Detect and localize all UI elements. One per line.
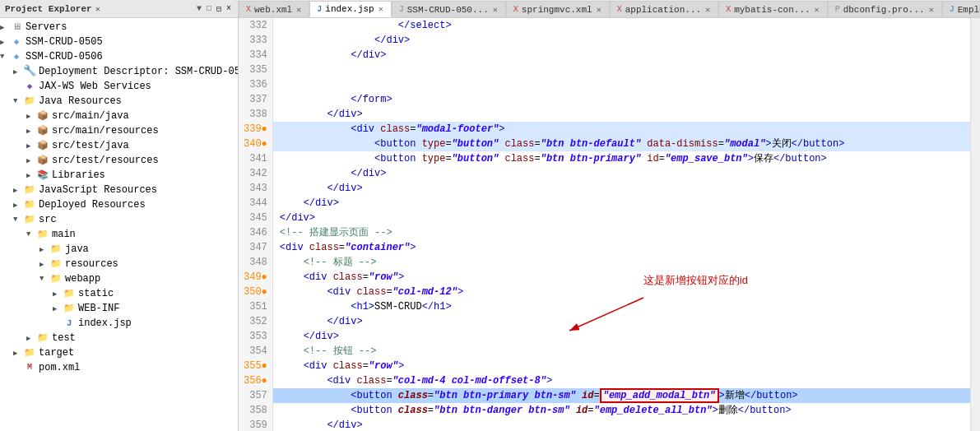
line-num-332: 332 — [244, 18, 267, 33]
libraries-icon: 📚 — [36, 169, 49, 182]
code-text-355: <div class="row"> — [280, 359, 404, 373]
code-text-354: <!-- 按钮 --> — [280, 344, 377, 359]
jax-icon: ◆ — [23, 80, 36, 93]
src-label: src — [39, 214, 57, 225]
code-text-347: <div class="container"> — [280, 240, 416, 255]
tab-dbconfig[interactable]: P dbconfig.pro... ✕ — [828, 1, 942, 17]
tree-item-webapp[interactable]: ▼ 📁 webapp — [0, 271, 238, 286]
code-text-356: <div class="col-md-4 col-md-offset-8"> — [280, 373, 552, 388]
project-explorer: Project Explorer ✕ ▼ □ ⊟ × ▶ 🖥 Servers ▶… — [0, 0, 239, 431]
code-text-340: <button type="button" class="btn btn-def… — [280, 137, 845, 151]
tab-employee[interactable]: J Employeee... ✕ — [942, 1, 980, 17]
code-text-342: </div> — [280, 166, 387, 181]
tree-item-main[interactable]: ▼ 📁 main — [0, 227, 238, 242]
tab-mybatis[interactable]: X mybatis-con... ✕ — [718, 1, 827, 17]
tree-item-src-test-java[interactable]: ▶ 📦 src/test/java — [0, 138, 238, 153]
line-num-358: 358 — [244, 403, 267, 418]
line-num-338: 338 — [244, 107, 267, 122]
arrow-static: ▶ — [53, 290, 63, 299]
test-icon: 📁 — [36, 331, 49, 345]
servers-label: Servers — [26, 21, 67, 33]
expand-icon[interactable]: □ — [205, 3, 213, 15]
ssm0506-label: SSM-CRUD-0506 — [26, 51, 103, 63]
code-text-344: </div> — [280, 196, 339, 211]
line-num-336: 336 — [244, 77, 267, 92]
tab-ssm-crud-close[interactable]: ✕ — [492, 5, 499, 15]
code-line-357: <button class="btn btn-primary btn-sm" i… — [273, 388, 970, 403]
code-line-345: </div> — [273, 211, 970, 225]
tree-item-libraries[interactable]: ▶ 📚 Libraries — [0, 168, 238, 183]
tab-springmvc-close[interactable]: ✕ — [596, 5, 602, 15]
arrow-jax: ▶ — [13, 82, 23, 91]
libraries-label: Libraries — [52, 169, 105, 181]
arrow-ssm0506: ▼ — [0, 53, 10, 61]
code-line-341: <button type="button" class="btn btn-pri… — [273, 151, 970, 166]
tab-web-xml[interactable]: X web.xml ✕ — [239, 1, 309, 17]
tree-item-pom-xml[interactable]: ▶ M pom.xml — [0, 360, 238, 375]
code-line-356: <div class="col-md-4 col-md-offset-8"> — [273, 373, 970, 388]
close-icon[interactable]: × — [225, 3, 233, 15]
tree-item-deployed[interactable]: ▶ 📁 Deployed Resources — [0, 197, 238, 212]
code-line-351: <h1>SSM-CRUD</h1> — [273, 299, 970, 314]
code-text-346: <!-- 搭建显示页面 --> — [280, 225, 392, 240]
tab-mybatis-icon: X — [726, 5, 731, 14]
tree-item-java-resources[interactable]: ▼ 📁 Java Resources — [0, 94, 238, 109]
deploy-label: Deployment Descriptor: SSM-CRUD-0506 — [39, 66, 238, 77]
line-numbers: 332 333 334 335 336 337 338 339● 340● 34… — [239, 18, 273, 431]
resources-label: resources — [65, 258, 118, 270]
tree-item-src-main-java[interactable]: ▶ 📦 src/main/java — [0, 109, 238, 123]
line-num-350: 350● — [244, 285, 267, 299]
editor-content: 332 333 334 335 336 337 338 339● 340● 34… — [239, 18, 980, 431]
arrow-js-res: ▶ — [13, 186, 23, 195]
tree-item-src[interactable]: ▼ 📁 src — [0, 212, 238, 227]
src-test-java-label: src/test/java — [52, 140, 129, 151]
tree-item-resources[interactable]: ▶ 📁 resources — [0, 257, 238, 271]
tab-dbconfig-close[interactable]: ✕ — [928, 5, 935, 15]
tab-application-close[interactable]: ✕ — [704, 5, 711, 15]
tree-item-src-test-res[interactable]: ▶ 📦 src/test/resources — [0, 153, 238, 168]
tree-item-test[interactable]: ▶ 📁 test — [0, 331, 238, 345]
webapp-label: webapp — [65, 273, 100, 285]
tab-ssm-crud[interactable]: J SSM-CRUD-050... ✕ — [392, 1, 506, 17]
code-text-333: </div> — [280, 33, 410, 48]
collapse-icon[interactable]: ▼ — [195, 3, 203, 15]
tab-mybatis-close[interactable]: ✕ — [814, 5, 820, 15]
index-jsp-icon: J — [63, 317, 76, 330]
arrow-src: ▼ — [13, 216, 23, 224]
code-line-338: </div> — [273, 107, 970, 122]
link-icon[interactable]: ⊟ — [215, 3, 223, 15]
webinf-icon: 📁 — [63, 302, 76, 315]
tab-web-xml-close[interactable]: ✕ — [295, 5, 302, 15]
index-jsp-label: index.jsp — [78, 317, 132, 329]
resources-icon: 📁 — [49, 257, 63, 271]
tab-springmvc[interactable]: X springmvc.xml ✕ — [506, 1, 610, 17]
tree-item-static[interactable]: ▶ 📁 static — [0, 286, 238, 301]
tree-item-ssm0506[interactable]: ▼ ◈ SSM-CRUD-0506 — [0, 49, 238, 64]
webapp-icon: 📁 — [49, 272, 63, 285]
tree-item-js-resources[interactable]: ▶ 📁 JavaScript Resources — [0, 183, 238, 197]
js-resources-icon: 📁 — [23, 183, 36, 197]
vertical-scrollbar[interactable] — [970, 18, 980, 431]
tree-item-servers[interactable]: ▶ 🖥 Servers — [0, 20, 238, 35]
tree-item-java[interactable]: ▶ 📁 java — [0, 242, 238, 257]
line-num-340: 340● — [244, 137, 267, 151]
tab-application[interactable]: X application... ✕ — [610, 1, 718, 17]
tree-item-src-main-res[interactable]: ▶ 📦 src/main/resources — [0, 123, 238, 138]
code-area[interactable]: </select> </div> </div> </form> </div> — [273, 18, 970, 431]
tree-item-deploy-desc[interactable]: ▶ 🔧 Deployment Descriptor: SSM-CRUD-0506 — [0, 64, 238, 79]
code-line-350: <div class="col-md-12"> — [273, 285, 970, 299]
tab-index-jsp[interactable]: J index.jsp ✕ — [309, 1, 391, 17]
test-label: test — [52, 332, 76, 344]
tab-index-jsp-close[interactable]: ✕ — [378, 4, 384, 14]
tree-item-jax-ws[interactable]: ▶ ◆ JAX-WS Web Services — [0, 79, 238, 94]
line-num-347: 347 — [244, 240, 267, 255]
arrow-src-test-res: ▶ — [26, 156, 36, 165]
tree-item-target[interactable]: ▶ 📁 target — [0, 345, 238, 360]
src-main-res-label: src/main/resources — [52, 125, 159, 137]
tree-item-ssm0505[interactable]: ▶ ◈ SSM-CRUD-0505 — [0, 35, 238, 49]
tree-item-webinf[interactable]: ▶ 📁 WEB-INF — [0, 301, 238, 316]
panel-header-icons: ▼ □ ⊟ × — [195, 3, 233, 15]
tab-dbconfig-icon: P — [835, 5, 840, 14]
tree-item-index-jsp[interactable]: ▶ J index.jsp — [0, 316, 238, 331]
src-main-res-icon: 📦 — [36, 124, 49, 137]
